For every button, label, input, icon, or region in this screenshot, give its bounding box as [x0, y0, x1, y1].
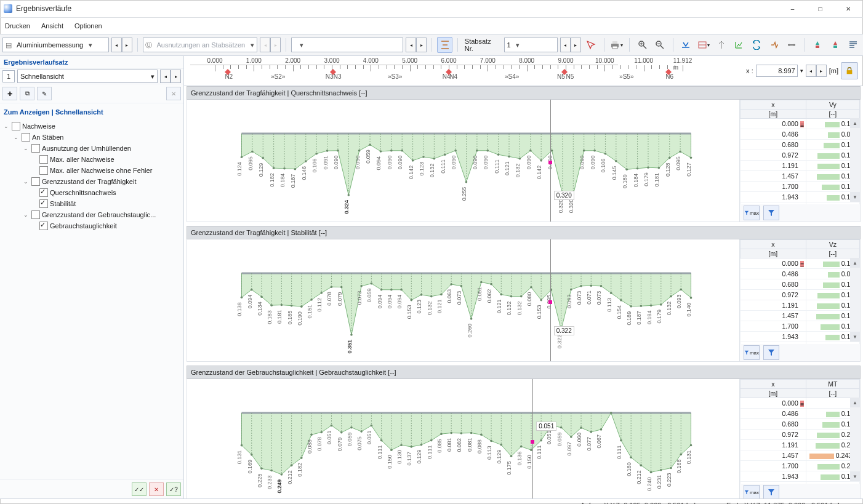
menu-print[interactable]: Drucken — [4, 22, 31, 30]
collapse-toggle[interactable]: ⌄ — [22, 145, 30, 151]
pick-button[interactable] — [584, 37, 599, 53]
new-button[interactable]: ✚ — [2, 87, 17, 100]
filter-max-button[interactable]: max — [744, 485, 760, 498]
svg-text:0.132: 0.132 — [507, 302, 513, 316]
collapse-toggle[interactable]: ⌄ — [22, 178, 30, 185]
uncheck-all-button[interactable]: ✕ — [149, 482, 164, 496]
filter-button[interactable] — [763, 206, 779, 220]
x-value[interactable]: 8.997 — [756, 65, 798, 77]
collapse-toggle[interactable]: ⌄ — [12, 134, 20, 140]
checkbox[interactable] — [39, 155, 48, 164]
menu-view[interactable]: Ansicht — [40, 22, 65, 30]
filter-button[interactable] — [763, 345, 779, 360]
filter-button[interactable] — [763, 485, 779, 498]
extra-spin[interactable]: ◂▸ — [406, 38, 427, 52]
settings-a-button[interactable] — [810, 37, 825, 53]
tree-gzt[interactable]: Grenzzustand der Tragfähigkeit — [42, 178, 136, 185]
svg-point-70 — [444, 153, 446, 156]
tool-5-button[interactable] — [749, 37, 765, 53]
tree-max-all-ok[interactable]: Max. aller Nachweise ohne Fehler — [50, 167, 152, 174]
sync-view-button[interactable] — [437, 37, 452, 53]
tree-envelope[interactable]: Ausnutzung der Umhüllenden — [42, 145, 131, 152]
checkbox[interactable] — [39, 188, 48, 197]
svg-text:0.090: 0.090 — [590, 156, 596, 170]
check-all-button[interactable]: ✓✓ — [132, 482, 147, 496]
tool-3-button[interactable] — [713, 37, 729, 53]
minimize-button[interactable]: – — [779, 1, 806, 17]
quickview-spin[interactable]: ◂▸ — [160, 70, 181, 83]
chevron-down-icon[interactable]: ▾ — [800, 68, 803, 74]
collapse-toggle[interactable]: ⌄ — [22, 212, 30, 218]
quickview-combo[interactable]: Schnellansicht ▾ — [17, 70, 158, 83]
tree-gzg[interactable]: Grenzzustand der Gebrauchstauglic... — [42, 211, 156, 218]
chart-plot[interactable]: 0.1240.0950.1290.1820.1840.1870.1460.106… — [187, 100, 739, 222]
checkbox[interactable] — [39, 222, 48, 230]
scroll-down[interactable]: ▼ — [850, 332, 860, 342]
set-index[interactable]: 1 — [2, 70, 15, 82]
scroll-down[interactable]: ▼ — [850, 471, 860, 481]
checkbox[interactable] — [12, 122, 20, 130]
svg-point-354 — [480, 434, 483, 436]
svg-point-19 — [262, 157, 264, 159]
extra-combo[interactable]: ▾ — [291, 38, 403, 52]
menu-options[interactable]: Optionen — [73, 22, 103, 30]
checkbox[interactable] — [39, 199, 48, 208]
tool-1-button[interactable] — [678, 37, 694, 53]
svg-text:0.073: 0.073 — [456, 291, 462, 305]
tool-7-button[interactable] — [784, 37, 800, 53]
chart-plot[interactable]: 0.1380.0940.1340.1830.1810.1850.1900.151… — [187, 239, 739, 361]
scroll-up[interactable]: ▲ — [850, 398, 860, 407]
tree-max-all[interactable]: Max. aller Nachweise — [50, 156, 114, 163]
checkbox[interactable] — [31, 144, 40, 153]
svg-point-124 — [636, 167, 639, 170]
zoom-out-button[interactable] — [652, 37, 668, 53]
filter-max-button[interactable]: max — [744, 345, 760, 360]
copy-button[interactable]: ⧉ — [20, 87, 34, 100]
svg-text:0.181: 0.181 — [654, 173, 660, 187]
svg-point-348 — [460, 432, 463, 434]
tree-gebrauch[interactable]: Gebrauchstauglichkeit — [50, 222, 117, 230]
edit-button[interactable]: ✎ — [37, 87, 52, 100]
remove-button[interactable]: ✕ — [166, 87, 181, 100]
svg-text:0.088: 0.088 — [476, 439, 483, 454]
collapse-toggle[interactable]: ⌄ — [2, 123, 10, 129]
tool-2-button[interactable]: ▾ — [696, 37, 711, 53]
checkbox[interactable] — [31, 177, 40, 186]
ruler[interactable]: 0.0001.0002.0003.0004.0005.0006.0007.000… — [190, 56, 716, 86]
design-type-combo[interactable]: ▤ Aluminiumbemessung ▾ — [2, 38, 109, 52]
scroll-up[interactable]: ▲ — [850, 118, 860, 128]
chart-plot[interactable]: 0.1310.1690.2250.2330.2490.2120.1820.088… — [187, 379, 739, 498]
list-button[interactable] — [845, 37, 861, 53]
set-number-spin[interactable]: ◂▸ — [560, 38, 581, 52]
design-type-spin[interactable]: ◂▸ — [111, 38, 132, 52]
print-button[interactable]: ▾ — [609, 37, 625, 53]
checkbox[interactable] — [22, 133, 30, 142]
settings-b-button[interactable] — [828, 37, 843, 53]
tool-4-button[interactable] — [731, 37, 747, 53]
svg-text:0.111: 0.111 — [427, 446, 433, 460]
checkbox[interactable] — [31, 210, 40, 219]
zoom-in-button[interactable] — [635, 37, 650, 53]
scroll-up[interactable]: ▲ — [850, 258, 860, 268]
close-button[interactable]: ✕ — [834, 1, 862, 17]
scroll-down[interactable]: ▼ — [850, 192, 860, 202]
tree-root[interactable]: Nachweise — [22, 122, 55, 130]
svg-text:0.095: 0.095 — [247, 156, 254, 170]
result-type-spin[interactable]: ◂▸ — [260, 38, 281, 52]
result-type-combo[interactable]: Ⓤ Ausnutzungen an Stabsätzen ▾ — [143, 38, 258, 52]
set-number-combo[interactable]: 1▾ — [504, 38, 558, 52]
svg-point-360 — [500, 444, 502, 446]
tool-6-button[interactable] — [766, 37, 782, 53]
lock-button[interactable] — [841, 62, 858, 79]
svg-point-52 — [380, 150, 382, 153]
tree-qs[interactable]: Querschnittsnachweis — [50, 189, 116, 196]
tree-an-staben[interactable]: An Stäben — [32, 134, 63, 141]
check-partial-button[interactable]: ✓? — [166, 482, 181, 496]
maximize-button[interactable]: □ — [806, 1, 834, 17]
svg-point-254 — [610, 292, 612, 294]
checkbox[interactable] — [39, 166, 48, 175]
filter-max-button[interactable]: max — [744, 206, 760, 220]
x-spin[interactable]: ◂▸ — [806, 65, 827, 77]
tree-stab[interactable]: Stabilität — [50, 200, 76, 207]
svg-text:0.121: 0.121 — [436, 299, 443, 313]
